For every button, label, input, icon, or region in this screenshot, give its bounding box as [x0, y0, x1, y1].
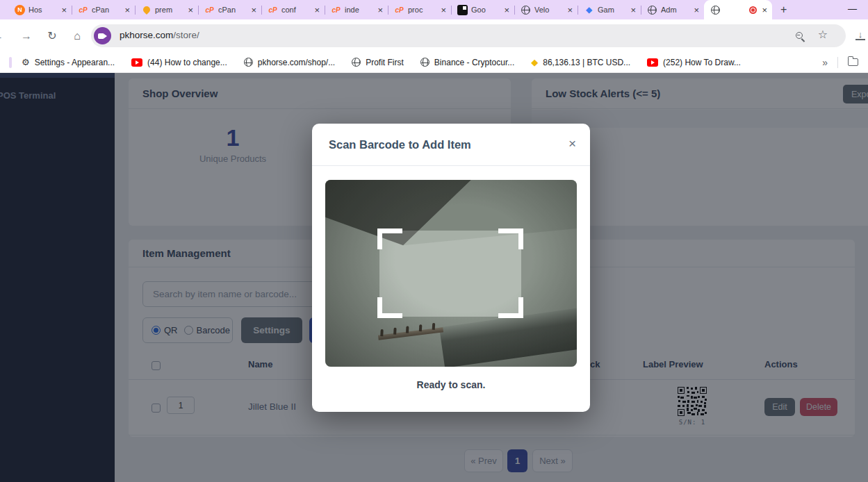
browser-tab-gam[interactable]: ◆ Gam ×	[578, 0, 641, 19]
bookmarks-divider	[9, 57, 12, 68]
tab-label: cPan	[218, 6, 246, 14]
cpanel-favicon-icon: cP	[268, 5, 278, 15]
screen-recorder-badge-icon[interactable]	[94, 27, 111, 44]
browser-window: N Hos × cP cPan × prem × cP cPan × cP co…	[0, 0, 868, 482]
bookmark-label: (44) How to change...	[147, 58, 227, 67]
scan-corner-bracket	[377, 228, 402, 249]
tab-close-icon[interactable]: ×	[123, 6, 131, 15]
window-minimize-button[interactable]: —	[848, 3, 857, 14]
browser-tab-index[interactable]: cP inde ×	[325, 0, 388, 19]
cpanel-favicon-icon: cP	[78, 5, 88, 15]
tab-close-icon[interactable]: ×	[692, 6, 701, 15]
bookmark-youtube-1[interactable]: (44) How to change...	[131, 58, 227, 67]
modal-close-icon[interactable]: ×	[568, 137, 576, 150]
globe-favicon-icon	[521, 5, 531, 15]
new-tab-button[interactable]: +	[780, 3, 787, 16]
bookmark-label: 86,136.13 | BTC USD...	[543, 58, 630, 67]
phpmyadmin-favicon-icon	[141, 5, 152, 15]
binance-diamond-icon: ◆	[531, 57, 538, 67]
tab-close-icon[interactable]: ×	[760, 6, 769, 15]
camera-preview	[325, 180, 577, 367]
downloads-icon[interactable]: ↓	[855, 30, 865, 40]
bookmark-label: (252) How To Draw...	[663, 58, 741, 67]
gear-icon: ⚙	[22, 57, 30, 67]
scan-corner-bracket	[377, 297, 402, 318]
browser-tab-velo[interactable]: Velo ×	[514, 0, 578, 19]
bookmark-pkhorse-shop[interactable]: pkhorse.com/shop/...	[244, 58, 335, 67]
zoom-out-icon[interactable]	[796, 32, 803, 39]
bookmark-star-icon[interactable]: ☆	[818, 28, 828, 41]
tab-close-icon[interactable]: ×	[502, 6, 511, 15]
tab-label: conf	[281, 6, 309, 14]
bookmark-label: Binance - Cryptocur...	[434, 58, 514, 67]
home-icon[interactable]: ⌂	[67, 19, 87, 52]
page-content: POS Terminal Shop Overview 1 Unique Prod…	[0, 73, 868, 482]
address-bar[interactable]: pkhorse.com/store/ ☆	[91, 24, 846, 47]
url-host: pkhorse.com	[120, 30, 173, 40]
scan-corner-bracket	[498, 297, 523, 318]
namecheap-favicon-icon: N	[15, 5, 25, 15]
globe-favicon-icon	[710, 5, 721, 15]
cpanel-favicon-icon: cP	[204, 5, 215, 15]
tab-label: Adm	[661, 6, 689, 14]
tab-label: inde	[345, 6, 372, 14]
cpanel-favicon-icon: cP	[394, 5, 404, 15]
browser-tab-cpanel-2[interactable]: cP cPan ×	[198, 0, 261, 19]
browser-tab-config[interactable]: cP conf ×	[261, 0, 325, 19]
bookmark-label: Profit First	[366, 58, 404, 67]
browser-tab-admin[interactable]: Adm ×	[641, 0, 704, 19]
browser-tab-hosting[interactable]: N Hos ×	[8, 0, 72, 19]
bookmark-profit-first[interactable]: Profit First	[352, 58, 404, 67]
browser-tab-active[interactable]: ×	[704, 0, 772, 19]
tab-close-icon[interactable]: ×	[376, 6, 384, 15]
other-bookmarks-folder-icon[interactable]	[848, 58, 858, 66]
tab-label: Hos	[28, 6, 56, 14]
url-path: /store/	[173, 30, 199, 40]
bookmark-btc-price[interactable]: ◆ 86,136.13 | BTC USD...	[531, 57, 630, 67]
bookmark-label: Settings - Appearan...	[35, 58, 115, 67]
browser-tab-google[interactable]: Goo ×	[451, 0, 514, 19]
bookmark-settings[interactable]: ⚙ Settings - Appearan...	[22, 57, 115, 67]
modal-title: Scan Barcode to Add Item	[312, 124, 590, 166]
tab-close-icon[interactable]: ×	[186, 6, 195, 15]
back-icon[interactable]: ←	[0, 19, 8, 52]
url-text[interactable]: pkhorse.com/store/	[120, 30, 199, 40]
tab-close-icon[interactable]: ×	[249, 6, 258, 15]
recording-indicator-icon	[749, 6, 757, 14]
tab-label: Goo	[471, 6, 499, 14]
globe-favicon-icon	[647, 5, 657, 15]
tab-close-icon[interactable]: ×	[439, 6, 448, 15]
tab-label: Velo	[534, 6, 562, 14]
tab-strip: N Hos × cP cPan × prem × cP cPan × cP co…	[0, 0, 868, 19]
youtube-icon	[131, 58, 142, 67]
bookmark-youtube-2[interactable]: (252) How To Draw...	[647, 58, 741, 67]
forward-icon[interactable]: →	[17, 19, 36, 52]
tab-label: Gam	[598, 6, 625, 14]
google-favicon-icon	[457, 5, 468, 15]
scan-corner-bracket	[498, 228, 523, 249]
tab-close-icon[interactable]: ×	[60, 6, 68, 15]
cpanel-favicon-icon: cP	[331, 5, 341, 15]
globe-icon	[420, 58, 429, 67]
bookmarks-overflow-icon[interactable]: »	[822, 57, 828, 68]
browser-toolbar: ← → ↻ ⌂ pkhorse.com/store/ ☆	[0, 19, 868, 52]
tab-close-icon[interactable]: ×	[629, 6, 637, 15]
divider	[837, 57, 838, 68]
tab-close-icon[interactable]: ×	[566, 6, 574, 15]
tab-label: prem	[155, 6, 183, 14]
tab-label: proc	[408, 6, 436, 14]
diamond-favicon-icon: ◆	[584, 5, 594, 15]
globe-icon	[244, 58, 253, 67]
tab-label: cPan	[92, 6, 120, 14]
reload-icon[interactable]: ↻	[42, 19, 62, 52]
browser-tab-process[interactable]: cP proc ×	[388, 0, 451, 19]
bookmark-binance[interactable]: Binance - Cryptocur...	[420, 58, 514, 67]
bookmark-label: pkhorse.com/shop/...	[258, 58, 335, 67]
browser-tab-cpanel-1[interactable]: cP cPan ×	[72, 0, 135, 19]
bookmarks-bar: ⚙ Settings - Appearan... (44) How to cha…	[0, 52, 868, 73]
youtube-icon	[647, 58, 658, 67]
scan-status-text: Ready to scan.	[312, 379, 590, 390]
tab-close-icon[interactable]: ×	[313, 6, 321, 15]
browser-tab-phpmyadmin[interactable]: prem ×	[135, 0, 198, 19]
scan-barcode-modal: Scan Barcode to Add Item ×	[312, 124, 590, 412]
